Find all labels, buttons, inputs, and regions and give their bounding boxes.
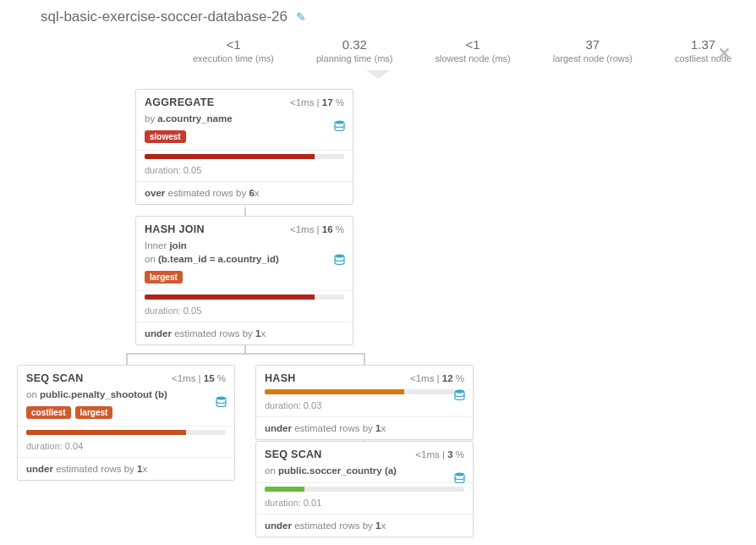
edit-icon[interactable]: ✎ (296, 10, 306, 24)
database-icon[interactable] (454, 472, 465, 487)
duration-bar (145, 154, 315, 159)
node-subtitle: by a.country_name (136, 112, 353, 130)
estimate-text: under estimated rows by 1x (18, 457, 234, 480)
database-icon[interactable] (216, 396, 227, 410)
svg-point-2 (216, 397, 226, 400)
stat-largest-node: 37 largest node (rows) (553, 37, 633, 63)
node-title: SEQ SCAN (265, 449, 322, 460)
database-icon[interactable] (334, 120, 345, 135)
node-subtitle: on public.penalty_shootout (b) (18, 388, 234, 406)
badge-largest: largest (75, 406, 113, 419)
duration-text: duration: 0.04 (18, 438, 234, 457)
node-metrics: <1ms | 12 % (410, 373, 464, 383)
estimate-text: under estimated rows by 1x (136, 322, 353, 344)
pointer-down-icon (366, 70, 390, 79)
badge-costliest: costliest (26, 406, 71, 419)
duration-bar (265, 487, 304, 492)
svg-point-1 (335, 255, 344, 258)
stat-slowest-node: <1 slowest node (ms) (435, 37, 510, 63)
node-aggregate[interactable]: AGGREGATE <1ms | 17 % by a.country_name … (135, 89, 353, 205)
duration-bar (265, 389, 404, 394)
node-title: SEQ SCAN (26, 372, 84, 384)
duration-text: duration: 0.01 (256, 495, 473, 514)
duration-text: duration: 0.05 (136, 162, 353, 181)
close-icon[interactable]: ✕ (718, 44, 731, 63)
badge-largest: largest (145, 271, 183, 284)
estimate-text: under estimated rows by 1x (256, 416, 473, 439)
summary-stats: <1 execution time (ms) 0.32 planning tim… (0, 34, 756, 70)
node-metrics: <1ms | 3 % (415, 449, 464, 460)
badge-slowest: slowest (145, 130, 186, 143)
estimate-text: over estimated rows by 6x (136, 181, 353, 204)
duration-bar (26, 430, 186, 435)
estimate-text: under estimated rows by 1x (256, 514, 473, 537)
database-icon[interactable] (334, 254, 345, 268)
node-subtitle: Inner joinon (b.team_id = a.country_id) (136, 239, 353, 271)
plan-canvas: AGGREGATE <1ms | 17 % by a.country_name … (0, 84, 756, 541)
node-seqscan-country[interactable]: SEQ SCAN <1ms | 3 % on public.soccer_cou… (255, 441, 474, 537)
plan-title: sql-basic-exercise-soccer-database-26 (41, 8, 288, 25)
node-hash[interactable]: HASH <1ms | 12 % duration: 0.03 under es… (255, 365, 474, 440)
database-icon[interactable] (454, 389, 465, 404)
node-seqscan-penalty[interactable]: SEQ SCAN <1ms | 15 % on public.penalty_s… (17, 365, 235, 481)
node-subtitle: on public.soccer_country (a) (256, 464, 473, 482)
connector (126, 353, 128, 365)
page-header: sql-basic-exercise-soccer-database-26 ✎ (0, 0, 756, 34)
svg-point-3 (455, 390, 464, 394)
node-metrics: <1ms | 16 % (290, 224, 344, 234)
node-metrics: <1ms | 15 % (172, 373, 226, 383)
duration-bar (145, 295, 315, 300)
connector (244, 207, 246, 216)
svg-point-4 (455, 473, 464, 476)
node-hash-join[interactable]: HASH JOIN <1ms | 16 % Inner joinon (b.te… (135, 216, 353, 345)
connector (126, 353, 365, 355)
stat-planning-time: 0.32 planning time (ms) (316, 37, 392, 63)
stat-execution-time: <1 execution time (ms) (193, 37, 274, 63)
duration-text: duration: 0.05 (136, 303, 353, 322)
connector (364, 353, 365, 365)
node-title: AGGREGATE (145, 96, 214, 108)
node-title: HASH (265, 372, 296, 384)
node-metrics: <1ms | 17 % (290, 97, 344, 107)
node-title: HASH JOIN (145, 223, 205, 235)
duration-text: duration: 0.03 (256, 398, 473, 416)
svg-point-0 (335, 121, 344, 124)
